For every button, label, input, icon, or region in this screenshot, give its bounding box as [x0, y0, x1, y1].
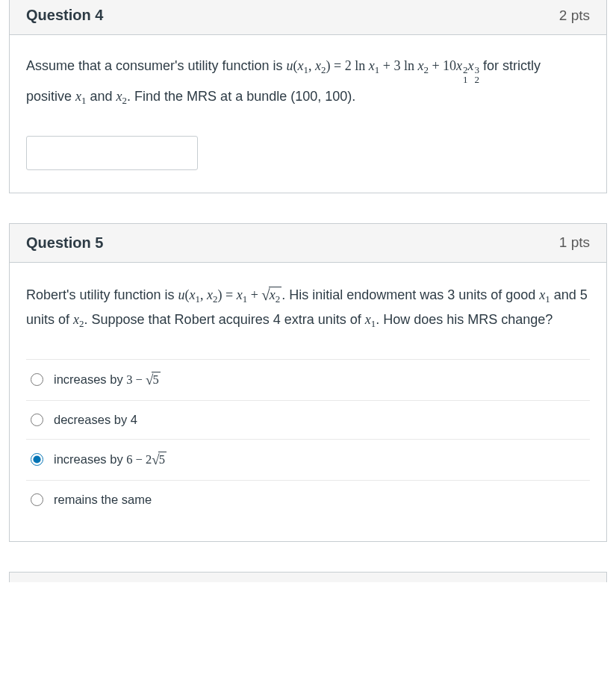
- option-b[interactable]: decreases by 4: [26, 400, 590, 439]
- option-text: increases by: [54, 372, 126, 386]
- math-expression: u(x1, x2) = 2 ln x1 + 3 ln x2 + 10x21x32: [287, 58, 479, 73]
- prompt-text: . How does his MRS change?: [376, 312, 553, 327]
- option-d[interactable]: remains the same: [26, 480, 590, 519]
- prompt-text: Assume that a consumer's utility functio…: [26, 58, 287, 73]
- radio-option-b[interactable]: [31, 414, 43, 426]
- prompt-text: . Suppose that Robert acquires 4 extra u…: [84, 312, 365, 327]
- radio-option-d[interactable]: [31, 493, 43, 506]
- math-var: x1: [539, 287, 550, 302]
- question-body: Robert's utility function is u(x1, x2) =…: [10, 263, 606, 541]
- question-points: 1 pts: [559, 234, 590, 251]
- question-header: Question 4 2 pts: [10, 0, 606, 35]
- question-body: Assume that a consumer's utility functio…: [10, 35, 606, 193]
- question-5: Question 5 1 pts Robert's utility functi…: [9, 223, 607, 542]
- question-4: Question 4 2 pts Assume that a consumer'…: [9, 0, 607, 193]
- option-label: increases by 6 − 2√5: [54, 452, 167, 468]
- prompt-text: . His initial endowment was 3 units of g…: [281, 287, 539, 302]
- math-var: x1: [365, 312, 376, 327]
- question-prompt: Assume that a consumer's utility functio…: [26, 54, 590, 109]
- question-prompt: Robert's utility function is u(x1, x2) =…: [26, 282, 590, 332]
- prompt-text: and: [90, 89, 116, 104]
- prompt-text: . Find the MRS at a bundle (100, 100).: [127, 89, 355, 104]
- math-var: x1: [75, 89, 86, 104]
- math-expression: u(x1, x2) = x1 + √x2: [178, 287, 282, 302]
- option-label: remains the same: [54, 493, 152, 507]
- question-points: 2 pts: [559, 7, 590, 24]
- radio-option-c[interactable]: [31, 453, 43, 466]
- option-c[interactable]: increases by 6 − 2√5: [26, 439, 590, 480]
- math-var: x2: [73, 312, 84, 327]
- math-expression: 3 − √5: [126, 372, 160, 387]
- option-label: increases by 3 − √5: [54, 372, 161, 388]
- math-var: x2: [116, 89, 127, 104]
- question-title: Question 4: [26, 7, 103, 24]
- question-title: Question 5: [26, 234, 103, 252]
- next-question-stub: [9, 572, 607, 582]
- answer-input[interactable]: [26, 136, 198, 170]
- question-header: Question 5 1 pts: [10, 224, 606, 263]
- math-expression: 6 − 2√5: [126, 452, 167, 467]
- prompt-text: Robert's utility function is: [26, 287, 178, 302]
- option-label: decreases by 4: [54, 413, 137, 427]
- radio-option-a[interactable]: [31, 373, 43, 386]
- option-a[interactable]: increases by 3 − √5: [26, 359, 590, 400]
- option-text: increases by: [54, 452, 126, 466]
- answer-options: increases by 3 − √5 decreases by 4 incre…: [26, 359, 590, 519]
